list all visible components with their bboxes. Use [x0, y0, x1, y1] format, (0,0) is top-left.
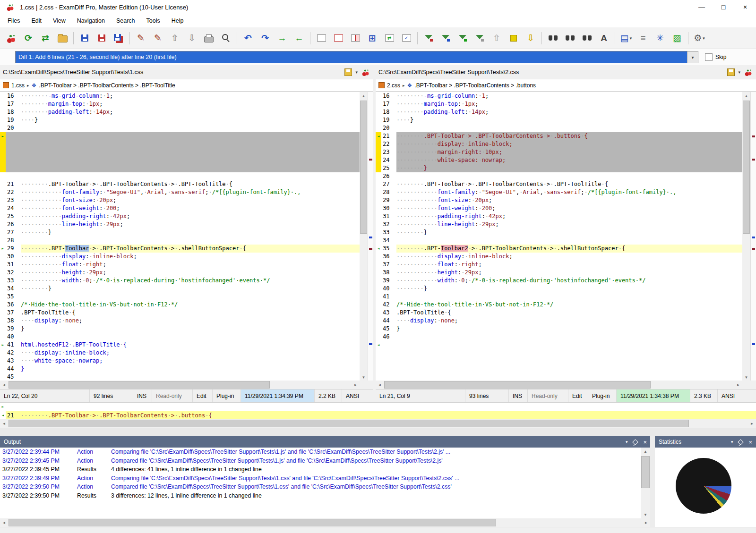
filler-row[interactable]	[0, 148, 360, 156]
print-preview-button[interactable]	[218, 30, 234, 46]
edit-first-file-button[interactable]: ✎	[133, 30, 149, 46]
copy-block-to-second-button[interactable]: ⇩	[184, 30, 200, 46]
code-line[interactable]: 44····display:·none;	[376, 317, 742, 325]
code-line[interactable]: 46	[376, 333, 742, 341]
file-menu-caret-icon[interactable]: ▾	[355, 70, 358, 75]
scrollbar-thumb[interactable]	[360, 101, 367, 234]
code-line[interactable]: 40········}	[376, 285, 742, 293]
code-line[interactable]: ►41html.hostedF12·.BPT-ToolTitle·{	[0, 341, 360, 349]
code-line[interactable]: 44}	[0, 365, 360, 373]
edit-second-file-button[interactable]: ✎	[150, 30, 166, 46]
code-line[interactable]: 35	[0, 293, 360, 301]
output-statistics-splitter[interactable]	[650, 436, 655, 527]
pin-icon[interactable]	[738, 439, 744, 445]
scroll-right-icon[interactable]: ►	[748, 419, 756, 428]
filler-row[interactable]	[0, 164, 360, 172]
breadcrumb-file[interactable]: 1.css	[11, 82, 25, 89]
filler-row[interactable]	[376, 373, 742, 381]
code-line[interactable]: 37············float:·right;	[376, 261, 742, 269]
scroll-up-icon[interactable]: ▲	[742, 92, 750, 100]
right-vertical-scrollbar[interactable]: ▲ ▼	[742, 92, 750, 381]
breadcrumb-node[interactable]: .BPT-Toolbar > .BPT-ToolbarContents > .B…	[39, 82, 175, 89]
code-line[interactable]: 38············height:·29px;	[376, 269, 742, 277]
diff-arrow-right-icon[interactable]: ►	[0, 132, 6, 140]
status-plugin[interactable]: Plug-in	[213, 389, 241, 402]
find-button[interactable]	[545, 30, 561, 46]
output-row[interactable]: 3/27/2022 2:39:45 PMResults4 differences…	[0, 465, 641, 474]
recompare-button[interactable]: ⟳	[20, 30, 36, 46]
panel-menu-caret-icon[interactable]: ▾	[626, 440, 628, 444]
diff-arrow-right-icon[interactable]: ►	[0, 403, 6, 411]
right-diff-map[interactable]	[750, 92, 756, 381]
filter-identical-button[interactable]	[421, 30, 437, 46]
compare-button[interactable]	[3, 30, 19, 46]
letter-case-button[interactable]: A	[596, 30, 612, 46]
scroll-right-icon[interactable]: ►	[642, 518, 650, 527]
code-line[interactable]: 25············padding-right:·42px;	[0, 212, 360, 220]
diff-arrow-left-icon[interactable]: ◄	[376, 341, 381, 349]
filler-row[interactable]	[376, 357, 742, 365]
code-line[interactable]: 28············font-family:·"Segoe·UI",·A…	[376, 188, 742, 196]
scrollbar-thumb[interactable]	[384, 381, 651, 389]
code-line[interactable]: 16········-ms-grid-column:·1;	[0, 92, 360, 100]
right-horizontal-scrollbar[interactable]: ◄ ►	[376, 381, 756, 389]
current-difference-button[interactable]	[506, 30, 522, 46]
next-difference-button[interactable]: →	[274, 30, 290, 46]
code-line[interactable]: 19····}	[0, 116, 360, 124]
copy-block-to-first-button[interactable]: ⇧	[167, 30, 183, 46]
code-line[interactable]: 27········}	[0, 228, 360, 237]
filter-changed-button[interactable]	[472, 30, 488, 46]
current-diff-rows[interactable]: ►◄21········.BPT-Toolbar·>·.BPT-ToolbarC…	[0, 403, 756, 420]
menu-navigation[interactable]: Navigation	[71, 16, 111, 26]
filler-row[interactable]	[376, 365, 742, 373]
minimize-button[interactable]: —	[691, 0, 713, 14]
filler-row[interactable]: ◄	[376, 341, 742, 349]
code-line[interactable]: 42····display:·inline-block;	[0, 349, 360, 357]
scrollbar-thumb[interactable]	[9, 519, 496, 526]
code-line[interactable]: ◄21········.BPT-Toolbar·>·.BPT-ToolbarCo…	[376, 132, 742, 140]
breadcrumb-file[interactable]: 2.css	[387, 82, 400, 89]
status-edit[interactable]: Edit	[568, 389, 588, 402]
vertical-split-button[interactable]	[347, 30, 363, 46]
code-line[interactable]: 43····white-space:·nowrap;	[0, 357, 360, 365]
code-line[interactable]: 28	[0, 237, 360, 245]
code-line[interactable]: 36/*·Hide·the·tool·title·in·VS·but·not·i…	[0, 301, 360, 309]
filler-row[interactable]	[0, 172, 360, 180]
diff-arrow-left-icon[interactable]: ◄	[376, 132, 381, 140]
code-line[interactable]: 18········padding-left:·14px;	[0, 108, 360, 116]
scroll-up-icon[interactable]: ▲	[641, 448, 650, 455]
redo-button[interactable]: ↷	[257, 30, 273, 46]
pin-icon[interactable]	[633, 439, 639, 445]
code-line[interactable]: 45	[0, 373, 360, 381]
status-insert-mode[interactable]: INS	[509, 389, 528, 402]
status-readonly[interactable]: Read-only	[152, 389, 193, 402]
close-panel-icon[interactable]: ×	[643, 439, 647, 446]
code-line[interactable]: 17········margin-top:·1px;	[0, 100, 360, 108]
menu-tools[interactable]: Tools	[141, 16, 166, 26]
scroll-right-icon[interactable]: ►	[352, 381, 360, 389]
code-line[interactable]: 24············white-space:·nowrap;	[376, 156, 742, 164]
left-diff-map[interactable]	[368, 92, 373, 381]
filler-row[interactable]	[0, 140, 360, 148]
filler-row[interactable]	[376, 349, 742, 357]
code-line[interactable]: 42/*·Hide·the·tool·title·in·VS·but·not·i…	[376, 301, 742, 309]
show-second-pane-only-button[interactable]	[330, 30, 346, 46]
skip-checkbox[interactable]	[705, 53, 713, 61]
save-button[interactable]	[77, 30, 93, 46]
code-line[interactable]: 34········}	[0, 285, 360, 293]
code-line[interactable]: 24············font-weight:·200;	[0, 204, 360, 212]
scroll-left-icon[interactable]: ◄	[0, 381, 8, 389]
scroll-up-icon[interactable]: ▲	[360, 92, 368, 100]
output-horizontal-scrollbar[interactable]: ◄ ►	[0, 518, 650, 527]
code-line[interactable]: 32············line-height:·29px;	[376, 220, 742, 228]
code-line[interactable]: ◄21········.BPT-Toolbar·>·.BPT-ToolbarCo…	[0, 411, 756, 420]
diff-arrow-left-icon[interactable]: ◄	[0, 411, 6, 420]
code-line[interactable]: 23············font-size:·20px;	[0, 196, 360, 204]
code-line[interactable]: 34	[376, 237, 742, 245]
code-line[interactable]: 26	[376, 172, 742, 180]
menu-view[interactable]: View	[47, 16, 71, 26]
code-line[interactable]: 16········-ms-grid-column:·1;	[376, 92, 742, 100]
find-previous-button[interactable]	[579, 30, 595, 46]
chevron-down-icon[interactable]: ▾	[687, 51, 698, 63]
code-line[interactable]: 29············font-size:·20px;	[376, 196, 742, 204]
